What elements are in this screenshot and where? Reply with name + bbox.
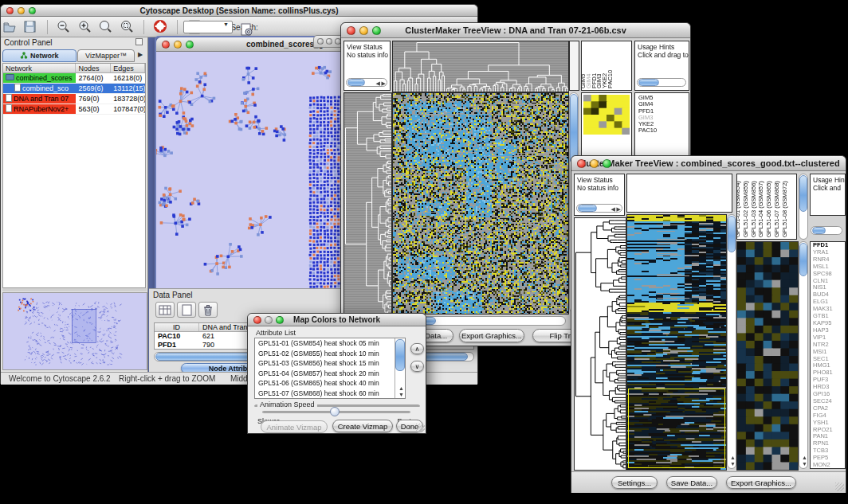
zoom-button[interactable]: [276, 316, 284, 324]
scroll-up-icon[interactable]: ▲: [802, 455, 807, 460]
zoom-button[interactable]: [186, 41, 194, 49]
col-nodes[interactable]: Nodes: [76, 64, 111, 72]
attribute-item[interactable]: GPL51-07 (GSM868) heat shock 60 min: [255, 389, 405, 399]
column-dendrogram-canvas[interactable]: [392, 41, 569, 92]
scroll-down-icon[interactable]: ▼: [802, 461, 807, 467]
zoom-button[interactable]: [29, 7, 36, 14]
export-graphics-button[interactable]: Export Graphics...: [459, 329, 524, 342]
zoom-actual-icon[interactable]: [98, 19, 114, 35]
minimize-button[interactable]: [590, 159, 599, 168]
animate-vizmap-button[interactable]: Animate Vizmap: [261, 420, 328, 433]
inactive-close-button[interactable]: [317, 38, 324, 45]
heatmap-vscrollbar[interactable]: ▲ ▼: [727, 214, 736, 469]
float-panel-icon[interactable]: [135, 38, 143, 45]
heatmap-global-canvas[interactable]: [626, 214, 727, 471]
scroll-down-icon[interactable]: ▼: [730, 461, 736, 467]
help-ring-icon[interactable]: [153, 19, 169, 35]
treeview2-titlebar[interactable]: ClusterMaker TreeView : combined_scores_…: [571, 156, 846, 171]
usage-hints-scrollbar[interactable]: [637, 78, 686, 87]
column-label[interactable]: GPL51-01 (GSM854): [736, 181, 741, 237]
scroll-up-icon[interactable]: ▲: [398, 385, 404, 391]
new-attribute-button[interactable]: [177, 302, 196, 318]
attribute-item[interactable]: GPL51-06 (GSM865) heat shock 40 min: [255, 378, 405, 389]
delete-attribute-icon[interactable]: [198, 302, 218, 318]
scroll-left-icon[interactable]: ◀: [376, 80, 380, 86]
row-dendrogram-canvas[interactable]: [344, 92, 392, 315]
minimize-button[interactable]: [265, 316, 273, 324]
column-label[interactable]: GPL51-06 (GSM865): [765, 181, 772, 237]
minimize-button[interactable]: [359, 26, 368, 35]
inactive-minimize-button[interactable]: [326, 38, 332, 45]
minimize-button[interactable]: [174, 41, 182, 49]
column-label[interactable]: GPL51-07 (GSM868): [773, 181, 780, 237]
close-button[interactable]: [577, 159, 586, 168]
view-status-scrollbar[interactable]: ◀ ▶: [346, 78, 387, 87]
dendrogram-scroll-strip[interactable]: [569, 41, 579, 91]
minimize-button[interactable]: [18, 7, 25, 14]
id-column-header[interactable]: ID: [155, 323, 199, 331]
network-row[interactable]: combined_scores 2764(0) 16218(0): [3, 73, 145, 84]
col-edges[interactable]: Edges: [111, 64, 145, 72]
usage-hints-scrollbar[interactable]: [811, 226, 842, 235]
zoom-button[interactable]: [603, 159, 611, 168]
save-session-icon[interactable]: [22, 19, 38, 35]
save-data-button[interactable]: Save Data...: [666, 476, 717, 489]
gene-label[interactable]: MON2: [811, 462, 845, 469]
zoom-vscrollbar[interactable]: ▲ ▼: [799, 241, 808, 469]
move-down-button[interactable]: ∨: [410, 361, 424, 372]
settings-button[interactable]: Settings...: [611, 476, 658, 489]
column-tree-area[interactable]: [626, 174, 732, 213]
move-up-button[interactable]: ∧: [410, 343, 424, 354]
zoom-selected-icon[interactable]: [120, 19, 135, 35]
view-status-scrollbar[interactable]: ◀ ▶: [576, 204, 622, 213]
zoom-heatmap-canvas[interactable]: [583, 95, 630, 135]
column-labels-scrollbar[interactable]: [799, 174, 808, 240]
scroll-right-icon[interactable]: ▶: [382, 80, 386, 86]
scroll-right-icon[interactable]: ▶: [617, 206, 621, 212]
animation-speed-slider-knob[interactable]: [330, 407, 340, 416]
close-button[interactable]: [6, 7, 14, 14]
main-titlebar[interactable]: Cytoscape Desktop (Session Name: collins…: [1, 5, 477, 17]
resize-grip[interactable]: [416, 424, 425, 432]
attribute-item[interactable]: GPL51-04 (GSM857) heat shock 20 min: [255, 369, 405, 379]
zoom-out-icon[interactable]: [56, 19, 72, 35]
dialog-titlebar[interactable]: Map Colors to Network: [248, 314, 426, 326]
column-label[interactable]: GPL51-02 (GSM855): [742, 181, 749, 237]
attribute-item[interactable]: GPL51-03 (GSM856) heat shock 15 min: [255, 358, 405, 369]
row-dendrogram-canvas[interactable]: [574, 217, 626, 471]
resize-grip[interactable]: [835, 483, 844, 491]
create-vizmap-button[interactable]: Create Vizmap: [332, 420, 393, 432]
row-label[interactable]: PAC10: [638, 127, 689, 134]
network-row[interactable]: DNA and Tran 07 769(0) 183728(0): [3, 94, 145, 104]
table-mode-button[interactable]: [155, 302, 175, 318]
treeview1-titlebar[interactable]: ClusterMaker TreeView : DNA and Tran 07-…: [341, 23, 690, 38]
close-button[interactable]: [162, 41, 170, 49]
tab-vizmapper[interactable]: VizMapper™: [77, 49, 135, 62]
zoom-in-icon[interactable]: [77, 19, 93, 35]
attribute-item[interactable]: GPL51-01 (GSM854) heat shock 05 min: [255, 338, 405, 349]
panel-splitter[interactable]: [2, 288, 147, 291]
network-overview-canvas[interactable]: [2, 292, 147, 370]
scroll-down-icon[interactable]: ▼: [398, 392, 404, 397]
column-label[interactable]: GPL51-04 (GSM857): [757, 181, 764, 237]
column-label[interactable]: GPL51-03 (GSM856): [750, 181, 757, 237]
network-row[interactable]: RNAPuberNov2+ 563(0) 107847(0): [3, 104, 145, 115]
close-button[interactable]: [347, 26, 355, 35]
tab-overflow-arrow[interactable]: ▶: [138, 51, 143, 58]
settings-document-icon[interactable]: [238, 21, 254, 37]
scroll-up-icon[interactable]: ▲: [730, 455, 736, 460]
col-network[interactable]: Network: [3, 64, 76, 72]
attribute-list-scrollbar[interactable]: ▲ ▼: [395, 338, 405, 398]
network-row-selected[interactable]: combined_sco 2569(6) 13112(15): [3, 84, 145, 94]
heatmap-global-canvas[interactable]: [392, 92, 569, 315]
tab-network[interactable]: Network: [2, 49, 77, 62]
zoom-button[interactable]: [372, 26, 381, 35]
scroll-left-icon[interactable]: ◀: [611, 206, 615, 212]
zoom-heatmap-canvas[interactable]: [736, 241, 799, 471]
open-network-icon[interactable]: [2, 19, 18, 35]
search-dropdown-arrow[interactable]: ▼: [223, 21, 229, 27]
close-button[interactable]: [253, 316, 261, 324]
column-label[interactable]: PAC10: [607, 70, 614, 88]
column-label[interactable]: GPL51-08 (GSM872): [781, 181, 788, 237]
attribute-item[interactable]: GPL51-02 (GSM855) heat shock 10 min: [255, 349, 405, 359]
